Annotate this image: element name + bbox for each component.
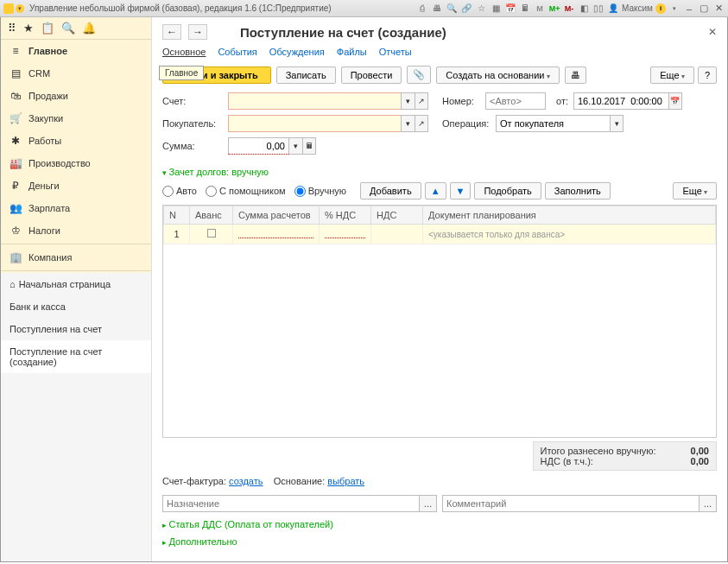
calc-icon[interactable]: 🖩 <box>519 3 531 15</box>
calendar-icon[interactable]: 📅 <box>504 3 516 15</box>
tab-reports[interactable]: Отчеты <box>379 47 412 57</box>
subnav-home[interactable]: ⌂Начальная страница <box>1 273 151 295</box>
nav-taxes[interactable]: ♔Налоги <box>1 219 151 242</box>
nav-salary[interactable]: 👥Зарплата <box>1 197 151 219</box>
tab-discussions[interactable]: Обсуждения <box>269 47 325 57</box>
user-name[interactable]: Максим <box>622 3 653 15</box>
m-plus-icon[interactable]: M+ <box>548 3 560 15</box>
purpose-more-icon[interactable]: … <box>420 495 437 512</box>
print2-icon[interactable]: 🖶 <box>431 3 443 15</box>
radio-manual[interactable]: Вручную <box>294 186 346 197</box>
post-button[interactable]: Провести <box>341 67 402 84</box>
operation-dd-icon[interactable]: ▾ <box>610 115 624 132</box>
nav-works[interactable]: ✱Работы <box>1 130 151 152</box>
buyer-input[interactable] <box>228 115 401 132</box>
add-row-button[interactable]: Добавить <box>360 182 421 200</box>
col-amount[interactable]: Сумма расчетов <box>233 206 320 225</box>
amount-input[interactable] <box>228 137 288 155</box>
comment-input[interactable] <box>442 495 700 512</box>
radio-auto[interactable]: Авто <box>162 186 197 197</box>
nav-main[interactable]: ≡Главное <box>1 40 151 62</box>
windows-icon[interactable]: ◧ <box>578 3 590 15</box>
print-doc-button[interactable]: 🖶 <box>565 67 586 84</box>
tab-main[interactable]: Основное <box>162 47 206 57</box>
m-minus-icon[interactable]: M- <box>563 3 575 15</box>
favorite-icon[interactable]: ☆ <box>475 3 487 15</box>
print-icon[interactable]: ⎙ <box>416 3 428 15</box>
back-button[interactable]: ← <box>162 24 181 40</box>
calendar-picker-icon[interactable]: 📅 <box>668 92 682 110</box>
search-icon[interactable]: 🔍 <box>446 3 458 15</box>
nav-company[interactable]: 🏢Компания <box>1 246 151 269</box>
amount-dd-icon[interactable]: ▾ <box>288 137 302 155</box>
move-down-button[interactable]: ▼ <box>450 182 472 200</box>
subnav-receipts[interactable]: Поступления на счет <box>1 318 151 340</box>
section-additional[interactable]: Дополнительно <box>152 533 727 550</box>
col-n[interactable]: N <box>164 206 190 225</box>
nav-money[interactable]: ₽Деньги <box>1 174 151 197</box>
base-select-link[interactable]: выбрать <box>327 476 364 486</box>
nav-production[interactable]: 🏭Производство <box>1 152 151 174</box>
minimize-icon[interactable]: – <box>683 3 695 15</box>
col-advance[interactable]: Аванс <box>190 206 233 225</box>
nav-purchases[interactable]: 🛒Закупки <box>1 107 151 130</box>
fill-button[interactable]: Заполнить <box>545 182 611 200</box>
clipboard-icon[interactable]: 📋 <box>41 22 54 35</box>
table-row[interactable]: 1 <указывается только для аванса> <box>164 225 716 244</box>
panels-icon[interactable]: ▯▯ <box>592 3 605 15</box>
pick-button[interactable]: Подобрать <box>474 182 541 200</box>
user-icon[interactable]: 👤 <box>607 3 619 15</box>
more-button[interactable]: Еще <box>650 67 694 84</box>
col-vat[interactable]: НДС <box>371 206 423 225</box>
create-based-button[interactable]: Создать на основании <box>436 67 559 84</box>
nav-crm[interactable]: ▤CRM <box>1 62 151 85</box>
nav-sales[interactable]: 🛍Продажи <box>1 85 151 107</box>
cell-n[interactable]: 1 <box>164 225 190 244</box>
move-up-button[interactable]: ▲ <box>425 182 446 200</box>
debts-table[interactable]: N Аванс Сумма расчетов % НДС НДС Докумен… <box>162 205 717 438</box>
purpose-input[interactable] <box>162 495 420 512</box>
account-open-icon[interactable]: ↗ <box>415 92 428 110</box>
col-vat-pct[interactable]: % НДС <box>320 206 371 225</box>
section-debts-title[interactable]: Зачет долгов: вручную <box>152 163 727 181</box>
tab-files[interactable]: Файлы <box>337 47 367 57</box>
link-icon[interactable]: 🔗 <box>460 3 472 15</box>
close-window-icon[interactable]: ✕ <box>712 3 725 15</box>
cell-vat[interactable] <box>371 225 423 244</box>
advance-checkbox[interactable] <box>207 229 216 238</box>
bell-icon[interactable]: 🔔 <box>82 22 96 35</box>
number-input[interactable] <box>485 92 546 110</box>
radio-wizard[interactable]: С помощником <box>206 186 286 197</box>
m-icon[interactable]: M <box>534 3 546 15</box>
section-dds[interactable]: Статья ДДС (Оплата от покупателей) <box>152 516 727 533</box>
help-button[interactable]: ? <box>698 67 717 84</box>
star-icon[interactable]: ★ <box>23 22 34 35</box>
tab-events[interactable]: События <box>218 47 256 57</box>
info-icon[interactable]: i <box>655 3 666 14</box>
save-button[interactable]: Записать <box>276 67 336 84</box>
forward-button[interactable]: → <box>188 24 207 40</box>
table-more-button[interactable]: Еще <box>673 182 717 200</box>
maximize-icon[interactable]: ▢ <box>698 3 710 15</box>
account-input[interactable] <box>228 92 401 110</box>
cell-advance[interactable] <box>190 225 233 244</box>
close-doc-icon[interactable]: ✕ <box>708 26 717 38</box>
buyer-dd-icon[interactable]: ▾ <box>401 115 415 132</box>
date-input[interactable] <box>573 92 668 110</box>
apps-icon[interactable]: ⠿ <box>8 22 16 35</box>
amount-calc-icon[interactable]: 🖩 <box>302 137 316 155</box>
cell-vat-pct[interactable] <box>320 225 371 244</box>
col-doc[interactable]: Документ планирования <box>423 206 716 225</box>
buyer-open-icon[interactable]: ↗ <box>415 115 428 132</box>
subnav-bank[interactable]: Банк и касса <box>1 295 151 318</box>
cell-doc[interactable]: <указывается только для аванса> <box>423 225 716 244</box>
account-dd-icon[interactable]: ▾ <box>401 92 415 110</box>
info-dd-icon[interactable]: ▾ <box>668 3 681 15</box>
grid-icon[interactable]: ▦ <box>490 3 502 15</box>
search-sidebar-icon[interactable]: 🔍 <box>61 22 75 35</box>
cell-amount[interactable] <box>233 225 320 244</box>
app-menu-dd-icon[interactable]: ▾ <box>16 4 24 13</box>
sf-create-link[interactable]: создать <box>229 476 263 486</box>
subnav-receipt-create[interactable]: Поступление на счет (создание) <box>1 340 151 373</box>
comment-more-icon[interactable]: … <box>700 495 717 512</box>
